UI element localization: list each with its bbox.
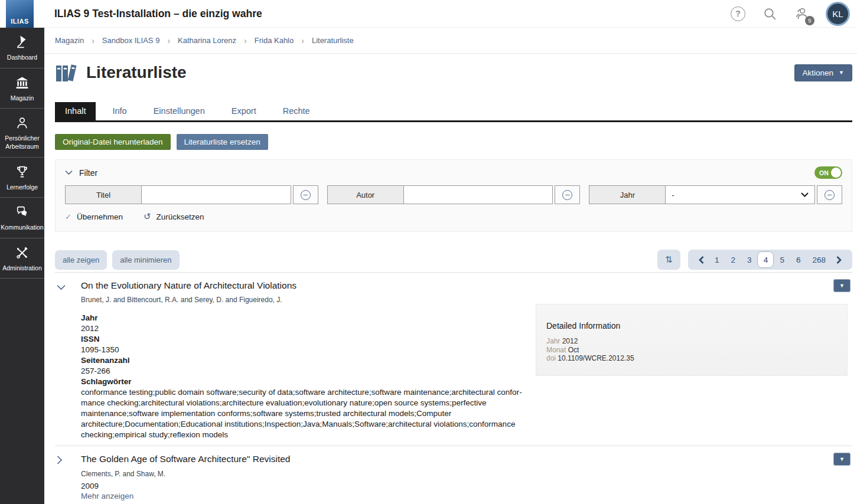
property-label: Seitenanzahl bbox=[81, 355, 527, 366]
breadcrumb-link[interactable]: Frida Kahlo bbox=[255, 36, 294, 45]
chat-icon bbox=[15, 205, 30, 220]
property-label: Jahr bbox=[81, 313, 527, 323]
top-header: ILIAS ILIAS 9 Test-Installation – die ei… bbox=[0, 0, 857, 28]
property-label: ISSN bbox=[81, 334, 527, 345]
pagination-page[interactable]: 1 bbox=[709, 256, 725, 264]
tab-inhalt[interactable]: Inhalt bbox=[55, 102, 96, 120]
lamp-icon bbox=[15, 35, 30, 50]
filter-label-titel: Titel bbox=[65, 185, 142, 204]
pagination-page[interactable]: 6 bbox=[790, 256, 807, 264]
sidebar-item-lernerfolge[interactable]: Lernerfolge bbox=[0, 158, 44, 198]
sidebar-item-administration[interactable]: Administration bbox=[0, 238, 44, 279]
property-value: 1095-1350 bbox=[81, 345, 527, 355]
chevron-right-icon: › bbox=[301, 36, 304, 45]
chevron-down-icon bbox=[57, 284, 66, 290]
pagination-page[interactable]: 5 bbox=[774, 256, 790, 264]
pagination-page[interactable]: 2 bbox=[725, 256, 741, 264]
download-original-button[interactable]: Original-Datei herunterladen bbox=[55, 134, 171, 150]
detail-value: Oct bbox=[568, 346, 579, 354]
person-icon bbox=[15, 116, 30, 130]
item-title[interactable]: On the Evolutionary Nature of Architectu… bbox=[81, 280, 296, 291]
list-item: The Golden Age of Software Architecture"… bbox=[55, 446, 852, 504]
filter-remove-titel-button[interactable]: – bbox=[293, 185, 318, 204]
detail-row: Jahr 2012 bbox=[546, 337, 837, 346]
item-title[interactable]: The Golden Age of Software Architecture"… bbox=[81, 454, 290, 464]
item-actions-dropdown-button[interactable]: ▼ bbox=[833, 279, 851, 292]
bank-icon bbox=[15, 76, 30, 90]
show-more-link[interactable]: Mehr anzeigen bbox=[81, 492, 133, 504]
pagination-page[interactable]: 268 bbox=[806, 256, 832, 264]
sidebar-item-kommunikation[interactable]: Kommunikation bbox=[0, 198, 44, 238]
pagination-next-button[interactable] bbox=[832, 256, 846, 264]
contacts-button[interactable]: 5 bbox=[794, 6, 810, 22]
ilias-logo[interactable]: ILIAS bbox=[6, 0, 34, 28]
filter-reset-label: Zurücksetzen bbox=[157, 212, 204, 221]
installation-title: ILIAS 9 Test-Installation – die einzig w… bbox=[54, 8, 262, 20]
chevron-right-icon: › bbox=[167, 36, 170, 45]
pagination-page-current[interactable]: 4 bbox=[757, 251, 774, 268]
sort-button[interactable]: ⇅ bbox=[657, 250, 680, 270]
breadcrumb-link[interactable]: Sandbox ILIAS 9 bbox=[102, 36, 160, 45]
caret-down-icon: ▼ bbox=[839, 283, 845, 289]
filter-select-jahr[interactable]: - bbox=[666, 185, 815, 204]
chevron-right-icon: › bbox=[244, 36, 247, 45]
sidebar-item-label: Persönlicher Arbeitsraum bbox=[2, 135, 43, 150]
breadcrumb-link[interactable]: Magazin bbox=[55, 36, 84, 45]
property-value-keywords: conformance testing;public domain softwa… bbox=[81, 387, 527, 440]
contacts-badge: 5 bbox=[805, 16, 814, 25]
caret-down-icon: ▼ bbox=[839, 70, 844, 76]
detail-value: 10.1109/WCRE.2012.35 bbox=[558, 354, 634, 362]
filter-label-autor: Autor bbox=[327, 185, 404, 204]
filter-input-autor[interactable] bbox=[404, 185, 553, 204]
pagination: 1 2 3 4 5 6 268 bbox=[688, 250, 852, 270]
item-authors: Brunet, J. and Bittencourt, R.A. and Ser… bbox=[81, 296, 852, 304]
breadcrumb-link[interactable]: Literaturliste bbox=[312, 36, 354, 45]
list-item: On the Evolutionary Nature of Architectu… bbox=[55, 273, 852, 446]
tab-export[interactable]: Export bbox=[221, 102, 266, 120]
filter-apply-button[interactable]: ✓ Übernehmen bbox=[65, 212, 123, 221]
breadcrumb-link[interactable]: Katharina Lorenz bbox=[178, 36, 236, 45]
actions-button[interactable]: Aktionen ▼ bbox=[794, 64, 852, 81]
property-value: 2012 bbox=[81, 323, 527, 334]
detail-value: 2012 bbox=[562, 337, 578, 345]
detail-panel-title: Detailed Information bbox=[546, 321, 837, 330]
tab-info[interactable]: Info bbox=[102, 102, 136, 120]
item-authors: Clements, P. and Shaw, M. bbox=[81, 470, 852, 478]
sidebar-item-arbeitsraum[interactable]: Persönlicher Arbeitsraum bbox=[0, 109, 44, 157]
collapse-all-button[interactable]: alle minimieren bbox=[112, 250, 179, 270]
filter-toggle[interactable]: ON bbox=[814, 166, 842, 179]
filter-input-titel[interactable] bbox=[142, 185, 291, 204]
chevron-left-icon bbox=[699, 256, 704, 264]
collapse-item-button[interactable] bbox=[57, 282, 67, 293]
sidebar-item-dashboard[interactable]: Dashboard bbox=[0, 28, 44, 68]
avatar[interactable]: KL bbox=[826, 2, 850, 26]
chevron-down-icon[interactable] bbox=[65, 170, 73, 175]
toggle-on-label: ON bbox=[819, 169, 829, 176]
expand-all-button[interactable]: alle zeigen bbox=[55, 250, 107, 270]
help-button[interactable]: ? bbox=[730, 6, 746, 22]
main-sidebar: Dashboard Magazin Persönlicher Arbeitsra… bbox=[0, 28, 44, 504]
replace-list-button[interactable]: Literaturliste ersetzen bbox=[177, 134, 268, 150]
sidebar-item-label: Kommunikation bbox=[1, 224, 43, 232]
filter-remove-jahr-button[interactable]: – bbox=[817, 185, 842, 204]
detail-row: doi 10.1109/WCRE.2012.35 bbox=[546, 354, 837, 363]
filter-panel: Filter ON Titel – Autor bbox=[55, 159, 852, 232]
sidebar-item-label: Magazin bbox=[11, 94, 34, 103]
chevron-right-icon bbox=[57, 456, 63, 464]
books-icon bbox=[55, 63, 80, 83]
filter-reset-button[interactable]: ↺ Zurücksetzen bbox=[144, 211, 204, 222]
search-button[interactable] bbox=[762, 6, 778, 22]
expand-item-button[interactable] bbox=[57, 456, 67, 467]
filter-remove-autor-button[interactable]: – bbox=[555, 185, 580, 204]
caret-down-icon: ▼ bbox=[839, 456, 845, 462]
tab-einstellungen[interactable]: Einstellungen bbox=[144, 102, 215, 120]
pagination-page[interactable]: 3 bbox=[741, 256, 758, 264]
sidebar-item-magazin[interactable]: Magazin bbox=[0, 68, 44, 109]
filter-select-jahr-value: - bbox=[672, 191, 674, 199]
tab-rechte[interactable]: Rechte bbox=[273, 102, 320, 120]
minus-circle-icon: – bbox=[301, 190, 311, 200]
pagination-prev-button[interactable] bbox=[694, 256, 709, 264]
item-actions-dropdown-button[interactable]: ▼ bbox=[833, 453, 851, 466]
chevron-right-icon: › bbox=[92, 36, 95, 45]
detailed-information-panel: Detailed Information Jahr 2012 Monat Oct… bbox=[536, 304, 848, 376]
